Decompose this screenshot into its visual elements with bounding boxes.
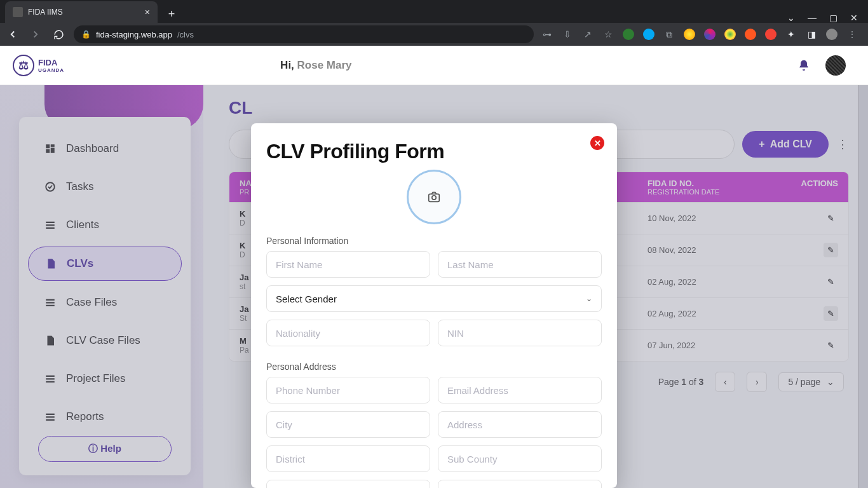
browser-avatar[interactable] <box>826 29 837 40</box>
user-avatar[interactable] <box>825 55 846 76</box>
city-input[interactable] <box>266 411 430 438</box>
nin-input[interactable] <box>438 320 602 346</box>
bookmark-icon[interactable]: ☆ <box>602 29 614 40</box>
gender-select[interactable]: Select Gender ⌄ <box>266 285 602 312</box>
section-label: Personal Address <box>266 362 602 372</box>
notifications-bell-icon[interactable] <box>797 59 810 72</box>
svg-point-18 <box>432 196 436 200</box>
app-topbar: ⚖ FIDA UGANDA Hi, Rose Mary <box>0 46 868 85</box>
ext-icon[interactable] <box>643 29 654 40</box>
install-icon[interactable]: ⇩ <box>562 29 573 40</box>
chevron-down-icon: ⌄ <box>586 294 592 303</box>
ext-icon[interactable] <box>623 29 634 40</box>
ext-icon[interactable] <box>765 29 776 40</box>
subcounty-input[interactable] <box>438 445 602 472</box>
reload-button[interactable] <box>51 27 66 42</box>
logo-subtext: UGANDA <box>38 67 64 73</box>
lock-icon: 🔒 <box>81 30 91 39</box>
photo-upload-button[interactable] <box>407 170 461 224</box>
tab-close-icon[interactable]: × <box>145 7 150 17</box>
clv-profiling-modal: CLV Profiling Form ✕ Personal Informatio… <box>251 123 617 488</box>
side-panel-icon[interactable]: ◨ <box>806 29 817 40</box>
logo-icon: ⚖ <box>13 55 34 76</box>
address-input[interactable] <box>438 411 602 438</box>
back-button[interactable] <box>5 27 20 42</box>
tab-title: FIDA IIMS <box>28 8 63 17</box>
url-path: /clvs <box>177 30 194 39</box>
section-label: Personal Information <box>266 236 602 246</box>
close-modal-button[interactable]: ✕ <box>590 136 604 150</box>
new-tab-button[interactable]: + <box>163 5 180 23</box>
ext-icon[interactable] <box>704 29 715 40</box>
maximize-icon[interactable]: ▢ <box>829 13 837 23</box>
logo[interactable]: ⚖ FIDA UGANDA <box>13 55 64 76</box>
key-icon[interactable]: ⊶ <box>541 29 553 40</box>
nationality-input[interactable] <box>266 320 430 346</box>
modal-overlay[interactable]: CLV Profiling Form ✕ Personal Informatio… <box>0 85 868 488</box>
last-name-input[interactable] <box>438 251 602 278</box>
url-host: fida-staging.web.app <box>96 30 172 39</box>
village-input[interactable] <box>266 480 430 488</box>
ext-icon[interactable] <box>745 29 756 40</box>
forward-button[interactable] <box>28 27 43 42</box>
browser-menu-icon[interactable]: ⋮ <box>846 29 858 40</box>
close-window-icon[interactable]: ✕ <box>850 13 858 23</box>
address-bar[interactable]: 🔒 fida-staging.web.app/clvs <box>74 25 534 43</box>
district-input[interactable] <box>266 445 430 472</box>
camera-icon <box>427 190 441 204</box>
chevron-down-icon[interactable]: ⌄ <box>787 13 795 23</box>
tab-favicon <box>13 7 23 17</box>
share-icon[interactable]: ↗ <box>582 29 593 40</box>
modal-title: CLV Profiling Form <box>266 140 602 163</box>
first-name-input[interactable] <box>266 251 430 278</box>
ext-icon[interactable] <box>684 29 695 40</box>
email-input[interactable] <box>438 377 602 403</box>
greeting: Hi, Rose Mary <box>280 59 351 72</box>
extensions-icon[interactable]: ✦ <box>785 29 797 40</box>
ext-icon[interactable]: ⧉ <box>663 29 675 40</box>
minimize-icon[interactable]: ― <box>808 13 817 23</box>
ext-icon[interactable] <box>724 29 736 40</box>
phone-input[interactable] <box>266 377 430 403</box>
zone-input[interactable] <box>438 480 602 488</box>
browser-tab[interactable]: FIDA IIMS × <box>5 1 158 23</box>
logo-text: FIDA <box>38 58 64 67</box>
